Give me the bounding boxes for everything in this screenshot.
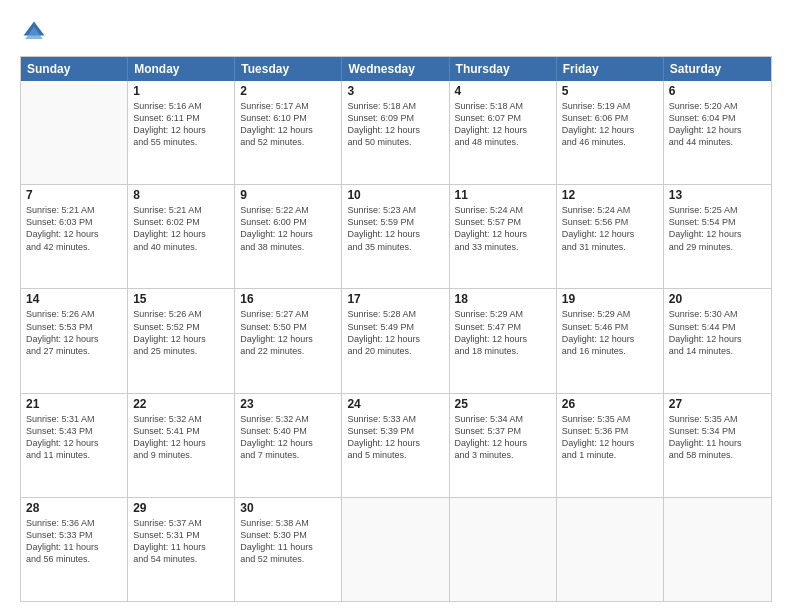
day-number: 4 (455, 84, 551, 98)
cell-content: Sunrise: 5:19 AM Sunset: 6:06 PM Dayligh… (562, 100, 658, 149)
logo (20, 18, 52, 46)
calendar-cell: 24Sunrise: 5:33 AM Sunset: 5:39 PM Dayli… (342, 394, 449, 497)
calendar-row: 1Sunrise: 5:16 AM Sunset: 6:11 PM Daylig… (21, 81, 771, 184)
cell-content: Sunrise: 5:16 AM Sunset: 6:11 PM Dayligh… (133, 100, 229, 149)
calendar-cell: 18Sunrise: 5:29 AM Sunset: 5:47 PM Dayli… (450, 289, 557, 392)
day-number: 1 (133, 84, 229, 98)
cell-content: Sunrise: 5:37 AM Sunset: 5:31 PM Dayligh… (133, 517, 229, 566)
calendar-cell: 19Sunrise: 5:29 AM Sunset: 5:46 PM Dayli… (557, 289, 664, 392)
calendar-row: 21Sunrise: 5:31 AM Sunset: 5:43 PM Dayli… (21, 393, 771, 497)
day-number: 8 (133, 188, 229, 202)
calendar-cell: 26Sunrise: 5:35 AM Sunset: 5:36 PM Dayli… (557, 394, 664, 497)
cell-content: Sunrise: 5:22 AM Sunset: 6:00 PM Dayligh… (240, 204, 336, 253)
cell-content: Sunrise: 5:34 AM Sunset: 5:37 PM Dayligh… (455, 413, 551, 462)
cell-content: Sunrise: 5:21 AM Sunset: 6:03 PM Dayligh… (26, 204, 122, 253)
cell-content: Sunrise: 5:23 AM Sunset: 5:59 PM Dayligh… (347, 204, 443, 253)
calendar-cell: 16Sunrise: 5:27 AM Sunset: 5:50 PM Dayli… (235, 289, 342, 392)
day-number: 7 (26, 188, 122, 202)
cell-content: Sunrise: 5:35 AM Sunset: 5:34 PM Dayligh… (669, 413, 766, 462)
day-number: 19 (562, 292, 658, 306)
calendar-cell: 15Sunrise: 5:26 AM Sunset: 5:52 PM Dayli… (128, 289, 235, 392)
calendar-cell: 14Sunrise: 5:26 AM Sunset: 5:53 PM Dayli… (21, 289, 128, 392)
cell-content: Sunrise: 5:38 AM Sunset: 5:30 PM Dayligh… (240, 517, 336, 566)
calendar-header: SundayMondayTuesdayWednesdayThursdayFrid… (21, 57, 771, 81)
cell-content: Sunrise: 5:18 AM Sunset: 6:09 PM Dayligh… (347, 100, 443, 149)
day-number: 14 (26, 292, 122, 306)
cell-content: Sunrise: 5:33 AM Sunset: 5:39 PM Dayligh… (347, 413, 443, 462)
day-number: 21 (26, 397, 122, 411)
calendar-cell: 13Sunrise: 5:25 AM Sunset: 5:54 PM Dayli… (664, 185, 771, 288)
day-number: 30 (240, 501, 336, 515)
calendar-cell: 28Sunrise: 5:36 AM Sunset: 5:33 PM Dayli… (21, 498, 128, 601)
calendar-cell: 7Sunrise: 5:21 AM Sunset: 6:03 PM Daylig… (21, 185, 128, 288)
calendar-cell (664, 498, 771, 601)
day-number: 11 (455, 188, 551, 202)
day-number: 10 (347, 188, 443, 202)
cell-content: Sunrise: 5:21 AM Sunset: 6:02 PM Dayligh… (133, 204, 229, 253)
calendar-cell: 1Sunrise: 5:16 AM Sunset: 6:11 PM Daylig… (128, 81, 235, 184)
calendar-cell: 8Sunrise: 5:21 AM Sunset: 6:02 PM Daylig… (128, 185, 235, 288)
day-number: 3 (347, 84, 443, 98)
cell-content: Sunrise: 5:28 AM Sunset: 5:49 PM Dayligh… (347, 308, 443, 357)
calendar-cell (450, 498, 557, 601)
day-number: 28 (26, 501, 122, 515)
cell-content: Sunrise: 5:32 AM Sunset: 5:40 PM Dayligh… (240, 413, 336, 462)
cell-content: Sunrise: 5:25 AM Sunset: 5:54 PM Dayligh… (669, 204, 766, 253)
day-number: 15 (133, 292, 229, 306)
calendar-cell: 30Sunrise: 5:38 AM Sunset: 5:30 PM Dayli… (235, 498, 342, 601)
calendar-cell: 3Sunrise: 5:18 AM Sunset: 6:09 PM Daylig… (342, 81, 449, 184)
day-number: 17 (347, 292, 443, 306)
calendar-cell: 6Sunrise: 5:20 AM Sunset: 6:04 PM Daylig… (664, 81, 771, 184)
calendar-cell: 22Sunrise: 5:32 AM Sunset: 5:41 PM Dayli… (128, 394, 235, 497)
day-number: 16 (240, 292, 336, 306)
cell-content: Sunrise: 5:36 AM Sunset: 5:33 PM Dayligh… (26, 517, 122, 566)
calendar-body: 1Sunrise: 5:16 AM Sunset: 6:11 PM Daylig… (21, 81, 771, 601)
day-number: 12 (562, 188, 658, 202)
day-number: 29 (133, 501, 229, 515)
calendar-cell: 29Sunrise: 5:37 AM Sunset: 5:31 PM Dayli… (128, 498, 235, 601)
calendar-row: 14Sunrise: 5:26 AM Sunset: 5:53 PM Dayli… (21, 288, 771, 392)
day-number: 20 (669, 292, 766, 306)
day-number: 5 (562, 84, 658, 98)
calendar-cell: 11Sunrise: 5:24 AM Sunset: 5:57 PM Dayli… (450, 185, 557, 288)
calendar-cell: 23Sunrise: 5:32 AM Sunset: 5:40 PM Dayli… (235, 394, 342, 497)
calendar-cell: 12Sunrise: 5:24 AM Sunset: 5:56 PM Dayli… (557, 185, 664, 288)
weekday-header: Wednesday (342, 57, 449, 81)
day-number: 23 (240, 397, 336, 411)
calendar-cell: 17Sunrise: 5:28 AM Sunset: 5:49 PM Dayli… (342, 289, 449, 392)
day-number: 9 (240, 188, 336, 202)
cell-content: Sunrise: 5:17 AM Sunset: 6:10 PM Dayligh… (240, 100, 336, 149)
cell-content: Sunrise: 5:24 AM Sunset: 5:57 PM Dayligh… (455, 204, 551, 253)
day-number: 6 (669, 84, 766, 98)
calendar-cell: 20Sunrise: 5:30 AM Sunset: 5:44 PM Dayli… (664, 289, 771, 392)
logo-icon (20, 18, 48, 46)
day-number: 18 (455, 292, 551, 306)
cell-content: Sunrise: 5:30 AM Sunset: 5:44 PM Dayligh… (669, 308, 766, 357)
calendar-cell: 9Sunrise: 5:22 AM Sunset: 6:00 PM Daylig… (235, 185, 342, 288)
calendar-cell (557, 498, 664, 601)
header (20, 18, 772, 46)
weekday-header: Saturday (664, 57, 771, 81)
cell-content: Sunrise: 5:31 AM Sunset: 5:43 PM Dayligh… (26, 413, 122, 462)
cell-content: Sunrise: 5:20 AM Sunset: 6:04 PM Dayligh… (669, 100, 766, 149)
cell-content: Sunrise: 5:29 AM Sunset: 5:47 PM Dayligh… (455, 308, 551, 357)
weekday-header: Tuesday (235, 57, 342, 81)
cell-content: Sunrise: 5:27 AM Sunset: 5:50 PM Dayligh… (240, 308, 336, 357)
calendar: SundayMondayTuesdayWednesdayThursdayFrid… (20, 56, 772, 602)
cell-content: Sunrise: 5:26 AM Sunset: 5:53 PM Dayligh… (26, 308, 122, 357)
weekday-header: Sunday (21, 57, 128, 81)
cell-content: Sunrise: 5:18 AM Sunset: 6:07 PM Dayligh… (455, 100, 551, 149)
weekday-header: Friday (557, 57, 664, 81)
calendar-cell: 21Sunrise: 5:31 AM Sunset: 5:43 PM Dayli… (21, 394, 128, 497)
calendar-cell: 4Sunrise: 5:18 AM Sunset: 6:07 PM Daylig… (450, 81, 557, 184)
day-number: 2 (240, 84, 336, 98)
calendar-cell: 10Sunrise: 5:23 AM Sunset: 5:59 PM Dayli… (342, 185, 449, 288)
calendar-cell (342, 498, 449, 601)
day-number: 24 (347, 397, 443, 411)
weekday-header: Monday (128, 57, 235, 81)
day-number: 25 (455, 397, 551, 411)
calendar-row: 28Sunrise: 5:36 AM Sunset: 5:33 PM Dayli… (21, 497, 771, 601)
calendar-cell: 2Sunrise: 5:17 AM Sunset: 6:10 PM Daylig… (235, 81, 342, 184)
weekday-header: Thursday (450, 57, 557, 81)
cell-content: Sunrise: 5:32 AM Sunset: 5:41 PM Dayligh… (133, 413, 229, 462)
